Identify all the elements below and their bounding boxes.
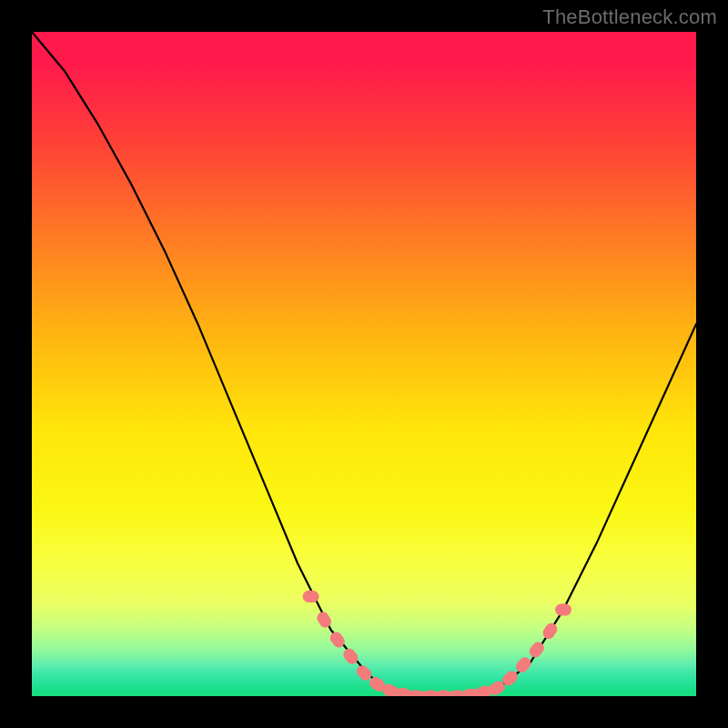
chart-frame: TheBottleneck.com <box>0 0 728 728</box>
data-dot <box>541 621 560 641</box>
data-dot <box>555 604 571 616</box>
data-dot <box>303 591 319 602</box>
chart-svg <box>32 32 696 696</box>
plot-area <box>32 32 696 696</box>
data-dot <box>513 655 533 675</box>
watermark-text: TheBottleneck.com <box>542 5 717 29</box>
data-dot <box>315 610 334 630</box>
bottleneck-curve <box>32 32 696 696</box>
data-dots <box>303 591 571 696</box>
